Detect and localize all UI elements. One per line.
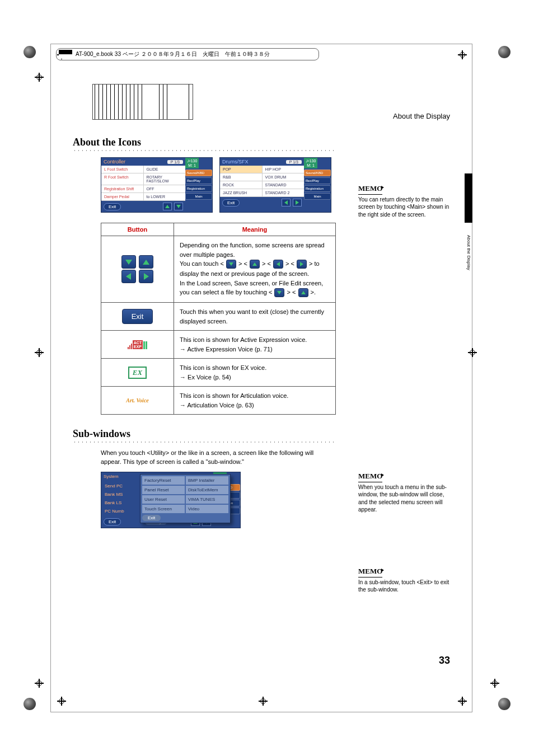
screen-title: Drums/SFX bbox=[222, 159, 249, 165]
arrow-up-icon bbox=[298, 288, 308, 297]
table-cell-meaning: This icon is shown for EX voice. → Ex Vo… bbox=[174, 359, 335, 386]
section-heading-subwindows: Sub-windows bbox=[73, 428, 444, 440]
breadcrumb: About the Display bbox=[393, 112, 450, 120]
page-indicator: P 1/3 bbox=[286, 160, 302, 164]
side-button-recplay[interactable]: Rec/Play bbox=[185, 177, 212, 184]
row-value: HIP HOP bbox=[262, 166, 305, 173]
side-button-main[interactable]: Main bbox=[185, 193, 212, 200]
row-label: R&B bbox=[220, 173, 262, 181]
registration-mark bbox=[259, 697, 268, 706]
memo-text: When you touch a menu in the sub-window,… bbox=[358, 483, 453, 514]
header-text: AT-900_e.book 33 ページ ２００８年９月１６日 火曜日 午前１０… bbox=[76, 50, 270, 58]
crop-mark-br bbox=[498, 698, 510, 710]
row-value: OFF bbox=[143, 185, 186, 193]
sample-screen-controller: Controller P 1/3 L Foot SwitchGLIDE R Fo… bbox=[101, 157, 213, 213]
row-value: ROTARY FAST/SLOW bbox=[143, 173, 186, 185]
section-heading-icons: About the Icons bbox=[73, 137, 444, 148]
arrow-left-icon bbox=[273, 260, 283, 269]
row-label: Damper Pedal bbox=[101, 193, 143, 201]
memo-label: MEMO bbox=[358, 471, 382, 482]
memo-block: MEMO When you touch a menu in the sub-wi… bbox=[358, 471, 453, 514]
registration-mark bbox=[35, 73, 44, 82]
exit-button[interactable]: Exit bbox=[104, 518, 121, 525]
menu-item[interactable]: BMP Installer bbox=[186, 476, 228, 485]
row-value: VOX DRUM bbox=[262, 173, 305, 181]
crop-mark-tl bbox=[24, 46, 36, 58]
menu-item[interactable]: User Reset bbox=[142, 495, 185, 504]
arrow-right-icon[interactable] bbox=[139, 270, 153, 283]
row-value: STANDARD 2 bbox=[262, 189, 305, 197]
rule bbox=[73, 441, 336, 443]
menu-item[interactable]: DiskToExtMem bbox=[186, 486, 228, 494]
side-button-sound[interactable]: Sound/KBD bbox=[185, 170, 212, 176]
table-cell-meaning: Touch this when you want to exit (close)… bbox=[174, 303, 335, 330]
memo-text: You can return directly to the main scre… bbox=[358, 196, 453, 219]
side-button-registration[interactable]: Registration bbox=[185, 185, 212, 192]
registration-mark bbox=[458, 697, 467, 706]
memo-label: MEMO bbox=[358, 184, 382, 195]
exit-button[interactable]: Exit bbox=[104, 203, 121, 210]
registration-mark bbox=[35, 679, 44, 688]
menu-item[interactable]: FactoryReset bbox=[142, 476, 185, 485]
keyboard-diagram bbox=[92, 84, 193, 120]
arrow-down-icon bbox=[226, 260, 236, 269]
page-number: 33 bbox=[439, 655, 450, 666]
table-header-button: Button bbox=[101, 223, 174, 236]
page-right-icon[interactable] bbox=[293, 199, 302, 206]
articulation-voice-icon: Art. Voice bbox=[126, 398, 149, 403]
subwindow-figure: System Send PC Bank MS Bank LS PC Numb E… bbox=[101, 472, 246, 528]
sample-screen-drums: Drums/SFX P 1/3 POPHIP HOP R&BVOX DRUM R… bbox=[219, 157, 331, 213]
side-button-recplay[interactable]: Rec/Play bbox=[304, 177, 331, 184]
side-button-sound[interactable]: Sound/KBD bbox=[304, 170, 331, 176]
document-header: AT-900_e.book 33 ページ ２００８年９月１６日 火曜日 午前１０… bbox=[56, 48, 319, 60]
overlay-exit-button[interactable]: Exit bbox=[142, 515, 161, 521]
table-cell-meaning: This icon is shown for Active Expression… bbox=[174, 331, 335, 358]
row-value: GLIDE bbox=[143, 166, 186, 173]
page-left-icon[interactable] bbox=[282, 199, 291, 206]
crop-mark-bl bbox=[24, 698, 36, 710]
memo-block: MEMO In a sub-window, touch <Exit> to ex… bbox=[358, 566, 453, 594]
menu-item[interactable]: Touch Screen bbox=[142, 505, 185, 513]
tempo-indicator: ♩=130 M: 1 bbox=[304, 158, 317, 168]
row-label: Registration Shift bbox=[101, 185, 143, 193]
exit-button[interactable]: Exit bbox=[222, 199, 240, 206]
exit-button-icon[interactable]: Exit bbox=[122, 309, 153, 324]
menu-item[interactable]: VIMA TUNES bbox=[186, 495, 228, 504]
registration-mark bbox=[35, 348, 44, 357]
table-cell-meaning: Depending on the function, some screens … bbox=[174, 236, 335, 302]
book-icon bbox=[59, 50, 72, 59]
arrow-left-icon[interactable] bbox=[121, 270, 136, 283]
registration-mark bbox=[57, 697, 66, 706]
crop-mark-tr bbox=[498, 46, 510, 58]
row-value: to LOWER bbox=[143, 193, 186, 201]
page-down-icon[interactable] bbox=[174, 203, 183, 210]
menu-item[interactable]: Panel Reset bbox=[142, 486, 185, 494]
memo-block: MEMO You can return directly to the main… bbox=[358, 184, 453, 218]
page-up-icon[interactable] bbox=[163, 203, 172, 210]
section-paragraph: When you touch <Utility> or the like in … bbox=[101, 449, 336, 466]
ex-voice-icon: EX bbox=[128, 367, 147, 379]
arrow-up-icon[interactable] bbox=[139, 255, 153, 269]
row-label: POP bbox=[220, 166, 262, 173]
row-label: JAZZ BRUSH bbox=[220, 189, 262, 197]
tempo-indicator: ♩=130 M: 1 bbox=[185, 158, 199, 168]
arrow-down-icon[interactable] bbox=[121, 255, 136, 269]
side-button-registration[interactable]: Registration bbox=[304, 185, 331, 192]
arrow-right-icon bbox=[297, 260, 307, 269]
table-cell-meaning: This icon is shown for Articulation voic… bbox=[174, 387, 335, 414]
registration-mark bbox=[490, 679, 499, 688]
memo-text: In a sub-window, touch <Exit> to exit th… bbox=[358, 579, 453, 594]
side-button-main[interactable]: Main bbox=[304, 193, 331, 200]
menu-item[interactable]: Video bbox=[186, 505, 228, 513]
row-label: L Foot Switch bbox=[101, 166, 143, 173]
arrow-down-icon bbox=[274, 288, 284, 297]
icon-meaning-table: Button Meaning Depending on the function… bbox=[101, 223, 336, 415]
subwindow-overlay: FactoryReset BMP Installer Panel Reset D… bbox=[140, 474, 231, 523]
row-value: STANDARD bbox=[262, 181, 305, 189]
rule bbox=[73, 149, 336, 152]
thumb-tab bbox=[465, 173, 472, 223]
active-expression-icon: ACTEXP bbox=[128, 340, 147, 349]
registration-mark bbox=[468, 348, 477, 357]
row-label: R Foot Switch bbox=[101, 173, 143, 185]
screen-title: System bbox=[104, 474, 119, 479]
